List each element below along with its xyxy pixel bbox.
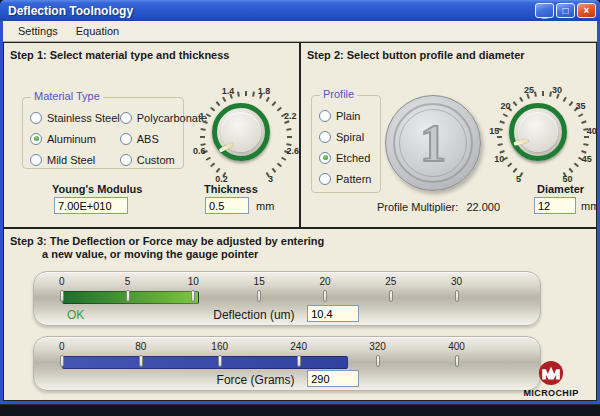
diameter-knob[interactable]: 5101520253035404550: [489, 83, 597, 191]
knob-tick-mark: [277, 107, 282, 112]
material-type-options: Stainless SteelAluminumMild SteelPolycar…: [23, 98, 183, 170]
gauge-tick-mark: [60, 290, 64, 302]
knob-tick-mark: [272, 168, 277, 173]
knob-tick-mark: [245, 91, 247, 96]
youngs-modulus-input[interactable]: [54, 197, 128, 214]
gauge-tick-label: 160: [203, 341, 237, 353]
step2-header: Step 2: Select button profile and diamet…: [307, 49, 525, 61]
gauge-tick-label: 25: [374, 276, 408, 288]
knob-scale-label: 1.8: [258, 86, 271, 96]
knob-tick-mark: [583, 143, 588, 146]
knob-tick-mark: [252, 92, 255, 97]
diameter-input[interactable]: [534, 197, 576, 214]
gauge-tick: 25: [374, 276, 408, 302]
knob-tick-mark: [499, 120, 504, 124]
thickness-knob[interactable]: 0.20.611.41.82.22.63: [192, 83, 300, 191]
radio-etched[interactable]: Etched: [319, 147, 371, 168]
radio-label: Aluminum: [47, 133, 96, 145]
knob-tick-mark: [574, 163, 579, 168]
gauge-tick: 80: [124, 341, 158, 367]
radio-label: Spiral: [336, 131, 364, 143]
radio-aluminum[interactable]: Aluminum: [30, 128, 120, 149]
force-input[interactable]: [307, 370, 359, 387]
gauge-tick: 240: [282, 341, 316, 367]
step3-header-line2: a new value, or moving the gauge pointer: [42, 248, 258, 260]
coin-numeral: 1: [386, 96, 480, 190]
radio-label: Pattern: [336, 173, 371, 185]
gauge-tick-mark: [376, 355, 380, 367]
radio-label: Mild Steel: [47, 154, 95, 166]
window-title: Deflection Toolnology: [8, 4, 535, 18]
force-bottom-row: Force (Grams): [34, 370, 540, 390]
gauge-tick: 0: [45, 276, 79, 302]
radio-label: Custom: [137, 154, 175, 166]
radio-spiral[interactable]: Spiral: [319, 126, 371, 147]
gauge-tick-mark: [455, 355, 459, 367]
radio-button-icon: [120, 154, 132, 166]
step1-panel: Step 1: Select material type and thickne…: [3, 42, 300, 228]
radio-pattern[interactable]: Pattern: [319, 168, 371, 189]
gauge-tick-label: 10: [176, 276, 210, 288]
radio-stainless-steel[interactable]: Stainless Steel: [30, 107, 120, 128]
radio-mild-steel[interactable]: Mild Steel: [30, 149, 120, 170]
force-scale: 080160240320400: [34, 341, 540, 370]
knob-tick-mark: [200, 136, 205, 138]
knob-body[interactable]: [212, 103, 270, 161]
knob-face: [518, 112, 558, 152]
deflection-bottom-row: OK Deflection (um): [34, 305, 540, 325]
knob-tick-mark: [507, 163, 512, 168]
step1-header: Step 1: Select material type and thickne…: [10, 49, 229, 61]
knob-tick-mark: [503, 113, 508, 117]
gauge-tick-mark: [257, 290, 261, 302]
taskbar-sliver: [0, 404, 600, 416]
gauge-tick-mark: [139, 355, 143, 367]
profile-multiplier: Profile Multiplier: 22.000: [377, 201, 500, 213]
maximize-button[interactable]: □: [556, 3, 575, 18]
deflection-input[interactable]: [307, 305, 359, 322]
gauge-tick-mark: [297, 355, 301, 367]
application-frame: Deflection Toolnology _ □ × Settings Equ…: [0, 0, 600, 404]
gauge-tick-label: 0: [45, 276, 79, 288]
thickness-input[interactable]: [205, 197, 249, 214]
knob-tick-mark: [563, 97, 567, 102]
knob-tick-mark: [498, 143, 503, 146]
knob-body[interactable]: [509, 103, 567, 161]
title-bar[interactable]: Deflection Toolnology _ □ ×: [0, 0, 600, 21]
knob-tick-mark: [534, 92, 537, 97]
knob-scale-label: 35: [576, 101, 586, 111]
knob-scale-label: 30: [552, 85, 562, 95]
menu-settings[interactable]: Settings: [9, 23, 67, 39]
gauge-tick: 320: [361, 341, 395, 367]
microchip-wordmark: MICROCHIP: [516, 388, 586, 398]
gauge-tick: 30: [440, 276, 474, 302]
force-label: Force (Grams): [217, 373, 295, 387]
menu-equation[interactable]: Equation: [67, 23, 128, 39]
knob-tick-mark: [272, 101, 277, 106]
knob-tick-mark: [206, 113, 211, 117]
client-area: Settings Equation Step 1: Select materia…: [3, 21, 597, 401]
knob-scale-label: 15: [489, 126, 499, 136]
knob-scale-label: 10: [494, 154, 504, 164]
knob-tick-mark: [542, 91, 544, 96]
knob-scale-label: 1: [199, 111, 204, 121]
material-type-caption: Material Type: [31, 90, 103, 102]
gauge-tick: 400: [440, 341, 474, 367]
knob-tick-mark: [286, 128, 291, 131]
microchip-logo: MICROCHIP: [516, 360, 586, 398]
minimize-button[interactable]: _: [535, 3, 554, 18]
microchip-logo-icon: [536, 360, 566, 386]
step2-panel: Step 2: Select button profile and diamet…: [300, 42, 597, 228]
knob-tick-mark: [513, 101, 518, 106]
radio-plain[interactable]: Plain: [319, 105, 371, 126]
force-gauge: 080160240320400 Force (Grams): [33, 336, 541, 391]
knob-scale-label: 2.2: [284, 111, 297, 121]
knob-tick-mark: [581, 120, 586, 124]
step3-header-line1: Step 3: The Deflection or Force may be a…: [10, 235, 324, 247]
gauge-tick: 160: [203, 341, 237, 367]
knob-tick-mark: [216, 168, 221, 173]
radio-label: ABS: [137, 133, 159, 145]
gauge-tick: 5: [111, 276, 145, 302]
close-button[interactable]: ×: [577, 3, 596, 18]
knob-scale-label: 20: [500, 101, 510, 111]
deflection-scale: 051015202530: [34, 276, 540, 305]
